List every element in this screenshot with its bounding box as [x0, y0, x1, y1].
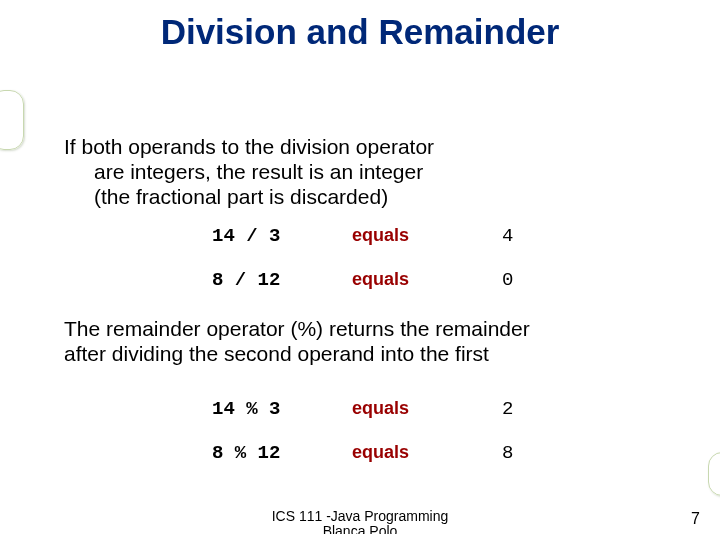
equals-cell: equals — [352, 225, 502, 246]
division-examples-table: 14 / 3 equals 4 8 / 12 equals 0 — [212, 225, 632, 313]
table-row: 8 / 12 equals 0 — [212, 269, 632, 291]
table-row: 14 / 3 equals 4 — [212, 225, 632, 247]
slide-footer: ICS 111 -Java Programming Blanca Polo — [272, 509, 449, 534]
page-number: 7 — [691, 510, 700, 528]
intro-paragraph-remainder: The remainder operator (%) returns the r… — [64, 316, 624, 366]
para1-line3: (the fractional part is discarded) — [94, 184, 504, 209]
decorative-bubble-right — [708, 452, 720, 496]
intro-paragraph-division: If both operands to the division operato… — [64, 134, 504, 210]
result-cell: 8 — [502, 442, 562, 464]
para1-line1: If both operands to the division operato… — [64, 134, 504, 159]
equals-cell: equals — [352, 398, 502, 419]
para2-line1: The remainder operator (%) returns the r… — [64, 316, 624, 341]
result-cell: 4 — [502, 225, 562, 247]
expression-cell: 14 / 3 — [212, 225, 352, 247]
expression-cell: 8 % 12 — [212, 442, 352, 464]
result-cell: 2 — [502, 398, 562, 420]
para2-line2: after dividing the second operand into t… — [64, 341, 624, 366]
footer-line1: ICS 111 -Java Programming — [272, 508, 449, 524]
table-row: 14 % 3 equals 2 — [212, 398, 632, 420]
footer-line2: Blanca Polo — [272, 524, 449, 534]
expression-cell: 14 % 3 — [212, 398, 352, 420]
equals-cell: equals — [352, 442, 502, 463]
result-cell: 0 — [502, 269, 562, 291]
expression-cell: 8 / 12 — [212, 269, 352, 291]
remainder-examples-table: 14 % 3 equals 2 8 % 12 equals 8 — [212, 398, 632, 486]
para1-line2: are integers, the result is an integer — [94, 159, 504, 184]
decorative-bubble-left — [0, 90, 24, 150]
equals-cell: equals — [352, 269, 502, 290]
table-row: 8 % 12 equals 8 — [212, 442, 632, 464]
slide-title: Division and Remainder — [0, 0, 720, 60]
